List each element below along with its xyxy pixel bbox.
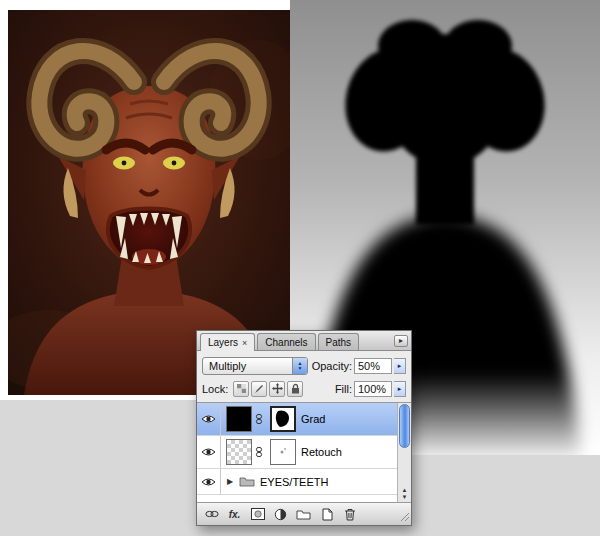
- mask-silhouette-thumb: [272, 408, 296, 432]
- mask-link-icon[interactable]: [252, 446, 265, 458]
- layer-row-grad[interactable]: Grad: [197, 403, 397, 436]
- visibility-toggle[interactable]: [197, 436, 221, 468]
- tab-paths-label: Paths: [326, 337, 352, 348]
- group-folder-icon: [239, 476, 255, 487]
- eye-icon: [201, 477, 216, 487]
- chain-link-icon: [254, 446, 264, 458]
- lock-buttons: [233, 381, 303, 397]
- lock-image-button[interactable]: [251, 381, 267, 397]
- scroll-up-icon[interactable]: ▲: [398, 487, 411, 494]
- opacity-label: Opacity:: [312, 360, 352, 372]
- move-icon: [272, 383, 283, 394]
- tab-paths[interactable]: Paths: [318, 333, 360, 350]
- resize-grip-icon: [400, 512, 410, 522]
- lock-all-button[interactable]: [287, 381, 303, 397]
- layers-list: Grad Retouch ▶ EYES/TEETH: [197, 403, 411, 503]
- adjustment-circle-icon: [274, 508, 287, 521]
- lock-position-button[interactable]: [269, 381, 285, 397]
- checkerboard-icon: [237, 384, 246, 393]
- layer-row-retouch[interactable]: Retouch: [197, 436, 397, 469]
- new-group-button[interactable]: [295, 507, 312, 522]
- tab-layers[interactable]: Layers ×: [200, 333, 255, 351]
- fill-input[interactable]: 100%: [354, 381, 392, 397]
- chain-link-icon: [254, 413, 264, 425]
- blend-mode-dropdown[interactable]: Multiply ▲▼: [202, 357, 308, 375]
- layer-thumbnail[interactable]: [226, 439, 252, 465]
- layer-mask-icon: [251, 508, 265, 520]
- opacity-input[interactable]: 50%: [354, 358, 392, 374]
- opacity-slider-button[interactable]: ▸: [394, 358, 406, 374]
- brush-icon: [254, 384, 264, 394]
- visibility-toggle[interactable]: [197, 469, 221, 494]
- new-layer-icon: [321, 508, 333, 521]
- layer-name[interactable]: Retouch: [301, 446, 342, 458]
- folder-icon: [296, 509, 311, 520]
- layer-thumbnail[interactable]: [226, 406, 252, 432]
- eye-icon: [201, 447, 216, 457]
- visibility-toggle[interactable]: [197, 403, 221, 435]
- fx-icon: fx.: [229, 509, 241, 520]
- layer-mask-thumbnail[interactable]: [270, 439, 296, 465]
- tab-layers-label: Layers: [208, 337, 238, 348]
- fill-slider-button[interactable]: ▸: [394, 381, 406, 397]
- lock-label: Lock:: [202, 383, 228, 395]
- delete-layer-button[interactable]: [341, 507, 358, 522]
- tab-close-icon[interactable]: ×: [242, 338, 247, 348]
- mask-link-icon[interactable]: [252, 413, 265, 425]
- scrollbar-thumb[interactable]: [399, 404, 410, 448]
- scroll-down-icon[interactable]: ▼: [398, 494, 411, 501]
- new-layer-button[interactable]: [318, 507, 335, 522]
- tab-channels[interactable]: Channels: [257, 333, 315, 350]
- panel-tab-bar: Layers × Channels Paths ▸: [197, 331, 411, 351]
- retouch-thumb: [271, 440, 295, 464]
- link-layers-button[interactable]: [203, 507, 220, 522]
- layers-scrollbar[interactable]: ▲ ▼: [397, 403, 411, 502]
- layers-panel: Layers × Channels Paths ▸ Multiply ▲▼ Op…: [196, 330, 412, 526]
- group-disclosure-triangle[interactable]: ▶: [224, 477, 236, 486]
- scrollbar-arrows[interactable]: ▲ ▼: [398, 487, 411, 501]
- panel-menu-button[interactable]: ▸: [394, 335, 408, 347]
- add-layer-mask-button[interactable]: [249, 507, 266, 522]
- layer-style-button[interactable]: fx.: [226, 507, 243, 522]
- blend-mode-value: Multiply: [209, 360, 246, 372]
- trash-icon: [344, 508, 356, 521]
- panel-controls: Multiply ▲▼ Opacity: 50% ▸ Lock:: [197, 351, 411, 403]
- fill-label: Fill:: [335, 383, 352, 395]
- lock-icon: [291, 383, 300, 394]
- adjustment-layer-button[interactable]: [272, 507, 289, 522]
- layer-row-group-eyes-teeth[interactable]: ▶ EYES/TEETH: [197, 469, 397, 495]
- panel-resize-grip[interactable]: [400, 512, 410, 524]
- layer-name[interactable]: Grad: [301, 413, 325, 425]
- folder-icon: [239, 476, 255, 487]
- eye-icon: [201, 414, 216, 424]
- lock-transparency-button[interactable]: [233, 381, 249, 397]
- layer-name[interactable]: EYES/TEETH: [260, 476, 328, 488]
- tab-channels-label: Channels: [265, 337, 307, 348]
- dropdown-arrows-icon: ▲▼: [292, 358, 307, 374]
- chain-icon: [205, 509, 219, 519]
- panel-bottom-bar: fx.: [197, 503, 411, 525]
- layer-mask-thumbnail[interactable]: [270, 406, 296, 432]
